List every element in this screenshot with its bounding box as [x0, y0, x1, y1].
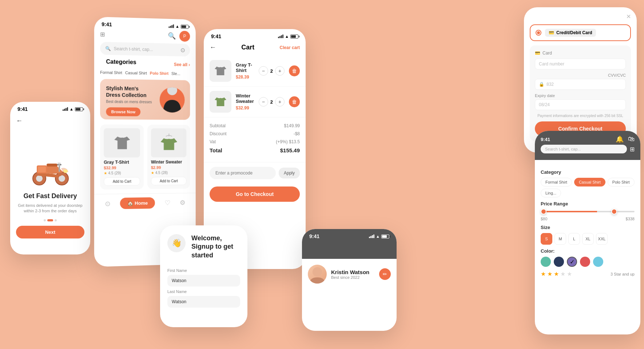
- qty-minus-1[interactable]: −: [259, 66, 268, 76]
- payment-label: Credit/Debit Card: [556, 30, 592, 35]
- delivery-title: Get Fast Delivery: [16, 192, 84, 200]
- slider-left-thumb[interactable]: [541, 209, 546, 214]
- size-xxl[interactable]: XXL: [596, 233, 608, 245]
- size-filter-title: Size: [541, 225, 635, 230]
- promo-input[interactable]: [210, 167, 276, 179]
- browse-now-button[interactable]: Browse Now: [106, 107, 140, 116]
- cat-formal-chip[interactable]: Formal Shirt: [541, 178, 572, 186]
- next-button[interactable]: Next: [16, 226, 84, 238]
- expiry-section: Expiry date 08/24: [535, 93, 626, 110]
- color-purple[interactable]: ✓: [567, 257, 577, 267]
- star-2: ★: [547, 270, 552, 277]
- price-orange-2: $2.99: [151, 165, 161, 170]
- order-summary: Subtotal $149.99 Discount -$8 Vat (+9%) …: [204, 117, 306, 163]
- total-row: Total $155.49: [210, 147, 300, 153]
- qty-num-1: 2: [270, 68, 273, 74]
- cart-item-name-1: Gray T-Shirt: [236, 62, 254, 73]
- checkout-button[interactable]: Go to Checkout: [210, 186, 300, 202]
- target-icon[interactable]: ⊙: [105, 200, 111, 208]
- color-red[interactable]: [580, 257, 590, 267]
- card-icon-2: 💳: [535, 51, 540, 56]
- color-filter-title: Color:: [541, 248, 635, 254]
- qty-plus-1[interactable]: +: [275, 66, 285, 76]
- heart-icon[interactable]: ♡: [164, 199, 170, 207]
- microphone-icon[interactable]: ⊙: [180, 47, 185, 53]
- star-icon-1: ★: [104, 171, 107, 175]
- search-bar[interactable]: 🔍 Search t-shirt, cap... ⊙: [100, 42, 190, 57]
- cat-ling-chip[interactable]: Ling...: [541, 189, 561, 197]
- qty-ctrl-1: − 2 +: [259, 66, 285, 76]
- delete-btn-1[interactable]: 🗑: [289, 65, 300, 76]
- rating-val-1: 4.5: [108, 171, 113, 175]
- firstname-input[interactable]: [167, 275, 240, 286]
- signal-icon-2: [169, 24, 174, 28]
- status-bar-5: 9:41 ▲: [302, 229, 397, 241]
- color-navy[interactable]: [554, 257, 564, 267]
- card-form: 💳 Card Card number CVV/CVC 🔒 832 Expiry …: [530, 45, 631, 141]
- search-icon-shop[interactable]: 🔍: [168, 32, 176, 40]
- delete-btn-2[interactable]: 🗑: [289, 96, 300, 107]
- filter-header-bar: 9:41 🔔 🛍 Search t-shirt, cap... ⊞: [535, 131, 640, 160]
- cat-casual[interactable]: Casual Shirt: [125, 71, 147, 75]
- cart-back-btn[interactable]: ←: [210, 44, 216, 51]
- clear-cart-btn[interactable]: Clear cart: [280, 45, 300, 50]
- size-xl[interactable]: XL: [582, 233, 594, 245]
- cat-casual-chip[interactable]: Casual Shirt: [574, 178, 605, 186]
- color-lightblue[interactable]: [593, 257, 603, 267]
- price-min: $80: [541, 217, 547, 221]
- delivery-desc: Get items delivered at your doorstep wit…: [16, 203, 84, 214]
- product-rating-2: ★ 4.5 (28): [151, 171, 187, 175]
- wifi-5: ▲: [376, 234, 380, 238]
- product-card-2: Winter Sweater $2.99 ★ 4.5 (28) Add to C…: [147, 125, 190, 189]
- svg-point-1: [36, 175, 43, 182]
- grid-dots-icon[interactable]: ⊞: [100, 31, 105, 38]
- size-m[interactable]: M: [554, 233, 566, 245]
- size-s[interactable]: S: [541, 233, 552, 245]
- bag-icon[interactable]: 🛍: [628, 135, 635, 143]
- avatar-initial: P: [183, 34, 186, 39]
- progress-dots: [16, 219, 84, 221]
- status-icons-2: ▲: [169, 24, 189, 29]
- cat-sleeve[interactable]: Sle...: [171, 71, 180, 76]
- cat-polo-chip[interactable]: Polo Shirt: [608, 178, 635, 186]
- card-number-field[interactable]: Card number: [535, 59, 626, 69]
- back-arrow[interactable]: ←: [16, 117, 84, 125]
- color-teal[interactable]: [541, 257, 551, 267]
- add-cart-btn-1[interactable]: Add to Cart: [104, 177, 140, 186]
- add-cart-btn-2[interactable]: Add to Cart: [151, 177, 187, 185]
- subtotal-row: Subtotal $149.99: [210, 123, 300, 128]
- see-all-link[interactable]: See all ›: [174, 62, 190, 68]
- category-filter-title: Category: [541, 169, 635, 175]
- qty-minus-2[interactable]: −: [259, 97, 268, 107]
- slider-right-thumb[interactable]: [611, 209, 617, 214]
- payment-option-card[interactable]: 💳 Credit/Debit Card: [530, 24, 631, 41]
- product-name-1: Gray T-Shirt: [104, 160, 140, 165]
- qty-plus-2[interactable]: +: [275, 97, 285, 107]
- discount-value: -$8: [294, 131, 300, 136]
- cart-item-price-2: $32.99: [236, 105, 254, 111]
- cart-item-2: Winter Sweater $32.99 − 2 + 🗑: [204, 87, 306, 117]
- phone-delivery: 9:41 ▲ ←: [10, 102, 90, 254]
- svg-point-12: [167, 87, 177, 95]
- bell-icon[interactable]: 🔔: [616, 135, 624, 143]
- close-icon[interactable]: ✕: [626, 13, 631, 20]
- expiry-field[interactable]: 08/24: [535, 99, 626, 110]
- home-button[interactable]: 🏠 Home: [120, 197, 155, 209]
- settings-icon[interactable]: ⚙: [180, 198, 186, 206]
- promo-section: Apply: [204, 163, 306, 184]
- discount-row: Discount -$8: [210, 131, 300, 136]
- tune-icon[interactable]: ⊞: [630, 146, 635, 153]
- star-1: ★: [541, 270, 546, 277]
- apply-button[interactable]: Apply: [279, 168, 300, 178]
- lastname-input[interactable]: [167, 296, 240, 308]
- cat-formal[interactable]: Formal Shirt: [100, 70, 122, 75]
- cvv-field[interactable]: 🔒 832: [535, 79, 626, 90]
- profile-badge[interactable]: ✏: [379, 268, 391, 280]
- cat-polo[interactable]: Polo Shirt: [150, 71, 168, 76]
- search-filter-input[interactable]: Search t-shirt, cap...: [541, 145, 627, 153]
- time-3: 9:41: [211, 33, 221, 39]
- star-3: ★: [554, 270, 559, 277]
- product-price-2: $2.99: [151, 165, 187, 170]
- size-l[interactable]: L: [568, 233, 580, 245]
- status-icons-1: ▲: [63, 107, 83, 111]
